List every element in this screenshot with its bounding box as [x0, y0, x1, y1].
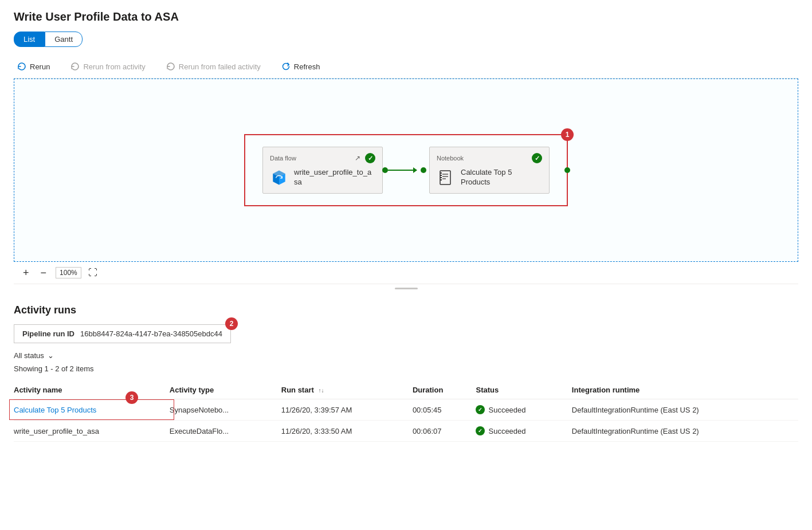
duration-cell-2: 00:06:07: [413, 421, 476, 442]
rerun-from-failed-icon: [166, 62, 175, 71]
dataflow-node-body: write_user_profile_to_asa: [270, 168, 375, 187]
activity-type-cell-1: SynapseNotebo...: [170, 399, 281, 421]
pipeline-run-id-label: Pipeline run ID: [22, 329, 74, 338]
notebook-node-type-label: Notebook: [437, 155, 464, 162]
integration-runtime-cell-2: DefaultIntegrationRuntime (East US 2): [572, 421, 798, 442]
connector-dot-left: [382, 167, 388, 173]
notebook-node[interactable]: Notebook ✓: [429, 147, 550, 194]
panel-divider: [395, 288, 418, 289]
rerun-button[interactable]: Rerun: [14, 60, 53, 73]
zoom-out-button[interactable]: −: [38, 266, 49, 279]
external-link-icon[interactable]: ↗︎: [355, 154, 360, 162]
status-filter-label: All status: [14, 351, 44, 360]
rerun-icon: [17, 62, 26, 71]
showing-items-label: Showing 1 - 2 of 2 items: [14, 364, 798, 373]
dataflow-node[interactable]: Data flow ↗︎ ✓: [262, 147, 383, 194]
connector-line: [382, 167, 426, 173]
notebook-icon: [437, 168, 455, 187]
toolbar: Rerun Rerun from activity Rerun from fai…: [14, 55, 798, 78]
list-view-button[interactable]: List: [14, 32, 45, 47]
connector-dot-right: [421, 167, 426, 173]
status-label-2: Succeeded: [488, 427, 525, 435]
col-duration: Duration: [413, 381, 476, 399]
rerun-from-failed-button[interactable]: Rerun from failed activity: [163, 60, 264, 73]
status-cell-2: ✓ Succeeded: [476, 421, 571, 442]
col-activity-type: Activity type: [170, 381, 281, 399]
rerun-from-activity-icon: [70, 62, 80, 71]
zoom-percent[interactable]: 100%: [56, 267, 81, 278]
zoom-in-button[interactable]: +: [21, 266, 32, 279]
refresh-icon: [281, 62, 291, 71]
badge-1: 1: [561, 128, 574, 141]
dataflow-node-label: write_user_profile_to_asa: [294, 168, 371, 187]
activity-name-link-1[interactable]: Calculate Top 5 Products: [14, 406, 96, 414]
chevron-down-icon: ⌄: [48, 351, 54, 360]
refresh-button[interactable]: Refresh: [278, 60, 324, 73]
dataflow-node-type-label: Data flow: [270, 155, 296, 162]
pipeline-canvas: 1 Data flow ↗︎ ✓: [244, 134, 568, 206]
status-success-icon-1: ✓: [476, 405, 485, 414]
activity-name-cell-2: write_user_profile_to_asa: [14, 421, 170, 442]
col-status: Status: [476, 381, 571, 399]
dataflow-icon: [270, 168, 288, 187]
status-filter-dropdown[interactable]: All status ⌄: [14, 351, 798, 360]
gantt-view-button[interactable]: Gantt: [45, 32, 83, 47]
node-output-dot: [564, 167, 570, 173]
dataflow-success-badge: ✓: [365, 153, 375, 163]
dataflow-node-header: Data flow ↗︎ ✓: [270, 153, 375, 163]
notebook-node-header: Notebook ✓: [437, 153, 542, 163]
activity-runs-section: Activity runs Pipeline run ID 16bb8447-8…: [14, 293, 798, 442]
col-activity-name: Activity name: [14, 381, 170, 399]
zoom-fit-button[interactable]: ⛶: [88, 268, 97, 278]
activity-runs-title: Activity runs: [14, 304, 798, 316]
zoom-controls: + − 100% ⛶: [14, 262, 798, 284]
col-run-start: Run start ↑↓: [281, 381, 413, 399]
pipeline-selection-rect: 1 Data flow ↗︎ ✓: [244, 134, 568, 206]
pipeline-run-id-value: 16bb8447-824a-4147-b7ea-348505ebdc44: [80, 329, 222, 338]
col-integration-runtime: Integration runtime: [572, 381, 798, 399]
pipeline-canvas-area: 1 Data flow ↗︎ ✓: [14, 78, 798, 262]
duration-cell-1: 00:05:45: [413, 399, 476, 421]
page-title: Write User Profile Data to ASA: [14, 10, 798, 23]
run-start-cell-2: 11/26/20, 3:33:50 AM: [281, 421, 413, 442]
activity-name-cell-1: 3 Calculate Top 5 Products: [14, 399, 170, 421]
badge-3: 3: [125, 391, 138, 404]
activity-runs-table: Activity name Activity type Run start ↑↓…: [14, 381, 798, 442]
pipeline-run-id-bar: Pipeline run ID 16bb8447-824a-4147-b7ea-…: [14, 324, 231, 343]
sort-icon[interactable]: ↑↓: [318, 387, 324, 394]
notebook-success-badge: ✓: [532, 153, 542, 163]
integration-runtime-cell-1: DefaultIntegrationRuntime (East US 2): [572, 399, 798, 421]
table-row: write_user_profile_to_asa ExecuteDataFlo…: [14, 421, 798, 442]
table-row: 3 Calculate Top 5 Products SynapseNotebo…: [14, 399, 798, 421]
rerun-from-activity-button[interactable]: Rerun from activity: [67, 60, 148, 73]
run-start-cell-1: 11/26/20, 3:39:57 AM: [281, 399, 413, 421]
connector-arrow: [388, 170, 417, 171]
activity-type-cell-2: ExecuteDataFlo...: [170, 421, 281, 442]
status-success-icon-2: ✓: [476, 426, 485, 435]
badge-2: 2: [225, 317, 238, 330]
status-label-1: Succeeded: [488, 406, 525, 414]
view-toggle: List Gantt: [14, 32, 798, 47]
status-cell-1: ✓ Succeeded: [476, 399, 571, 421]
notebook-node-body: Calculate Top 5Products: [437, 168, 542, 187]
notebook-node-label: Calculate Top 5Products: [461, 168, 512, 187]
